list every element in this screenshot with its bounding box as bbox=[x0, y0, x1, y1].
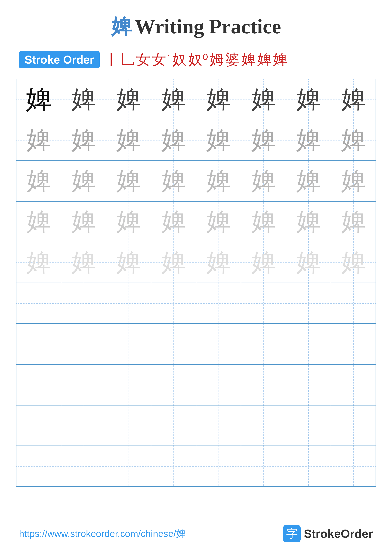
grid-cell[interactable] bbox=[196, 364, 241, 405]
grid-cell[interactable] bbox=[196, 446, 241, 487]
stroke-char-6: 奴⁰ bbox=[188, 50, 208, 69]
grid-cell[interactable] bbox=[196, 324, 241, 365]
footer-url[interactable]: https://www.strokeorder.com/chinese/婢 bbox=[19, 527, 186, 540]
grid-cell[interactable]: 婢 bbox=[196, 161, 241, 201]
grid-cell[interactable]: 婢 bbox=[286, 161, 331, 201]
stroke-char-9: 婢 bbox=[241, 50, 256, 69]
stroke-char-7: 姆 bbox=[210, 50, 224, 69]
grid-cell[interactable]: 婢 bbox=[106, 161, 151, 201]
grid-cell[interactable]: 婢 bbox=[151, 120, 196, 161]
stroke-order-badge: Stroke Order bbox=[19, 51, 100, 68]
grid-cell[interactable] bbox=[106, 405, 151, 446]
stroke-char-11: 婢 bbox=[273, 50, 287, 69]
footer: https://www.strokeorder.com/chinese/婢 字 … bbox=[0, 525, 392, 542]
grid-cell[interactable] bbox=[196, 405, 241, 446]
grid-cell[interactable] bbox=[196, 283, 241, 324]
grid-cell[interactable] bbox=[61, 405, 106, 446]
grid-cell[interactable] bbox=[331, 446, 376, 487]
grid-cell[interactable]: 婢 bbox=[241, 242, 286, 283]
grid-cell[interactable]: 婢 bbox=[286, 79, 331, 120]
grid-cell[interactable]: 婢 bbox=[331, 120, 376, 161]
stroke-order-section: Stroke Order 丨 乚 女 女˙ 奴 奴⁰ 姆 婆 婢 婢 婢 bbox=[0, 50, 392, 69]
grid-cell[interactable] bbox=[331, 283, 376, 324]
grid-cell[interactable]: 婢 bbox=[106, 79, 151, 120]
grid-cell[interactable]: 婢 bbox=[16, 201, 61, 242]
grid-cell[interactable]: 婢 bbox=[331, 79, 376, 120]
grid-cell[interactable]: 婢 bbox=[196, 201, 241, 242]
grid-cell[interactable]: 婢 bbox=[151, 242, 196, 283]
grid-cell[interactable]: 婢 bbox=[241, 161, 286, 201]
grid-cell[interactable] bbox=[151, 283, 196, 324]
grid-cell[interactable]: 婢 bbox=[16, 120, 61, 161]
grid-cell[interactable]: 婢 bbox=[241, 120, 286, 161]
grid-cell[interactable] bbox=[286, 446, 331, 487]
grid-cell[interactable] bbox=[106, 283, 151, 324]
grid-cell[interactable]: 婢 bbox=[16, 242, 61, 283]
grid-cell[interactable] bbox=[106, 324, 151, 365]
grid-cell[interactable]: 婢 bbox=[61, 242, 106, 283]
grid-cell[interactable] bbox=[331, 405, 376, 446]
grid-cell[interactable] bbox=[241, 324, 286, 365]
page-title: 婢Writing Practice bbox=[0, 0, 392, 50]
grid-cell[interactable] bbox=[16, 446, 61, 487]
grid-cell[interactable]: 婢 bbox=[61, 201, 106, 242]
grid-cell[interactable] bbox=[61, 324, 106, 365]
grid-cell[interactable]: 婢 bbox=[331, 242, 376, 283]
stroke-char-5: 奴 bbox=[172, 50, 187, 69]
grid-cell[interactable]: 婢 bbox=[106, 120, 151, 161]
grid-cell[interactable]: 婢 bbox=[286, 242, 331, 283]
grid-cell[interactable] bbox=[61, 283, 106, 324]
grid-cell[interactable]: 婢 bbox=[151, 79, 196, 120]
grid-cell[interactable]: 婢 bbox=[286, 120, 331, 161]
title-text: Writing Practice bbox=[135, 15, 281, 38]
grid-cell[interactable] bbox=[16, 324, 61, 365]
grid-cell[interactable]: 婢 bbox=[331, 201, 376, 242]
stroke-char-3: 女 bbox=[136, 50, 150, 69]
grid-cell[interactable] bbox=[106, 446, 151, 487]
stroke-char-8: 婆 bbox=[226, 50, 240, 69]
grid-cell[interactable] bbox=[61, 364, 106, 405]
grid-cell[interactable]: 婢 bbox=[106, 201, 151, 242]
grid-cell[interactable]: 婢 bbox=[106, 242, 151, 283]
stroke-char-1: 丨 bbox=[104, 50, 119, 69]
grid-cell[interactable] bbox=[151, 446, 196, 487]
grid-cell[interactable] bbox=[151, 324, 196, 365]
grid-cell[interactable]: 婢 bbox=[61, 120, 106, 161]
grid-cell[interactable] bbox=[151, 364, 196, 405]
practice-grid: 婢婢婢婢婢婢婢婢婢婢婢婢婢婢婢婢婢婢婢婢婢婢婢婢婢婢婢婢婢婢婢婢婢婢婢婢婢婢婢婢 bbox=[16, 79, 376, 487]
grid-cell[interactable] bbox=[241, 446, 286, 487]
grid-cell[interactable] bbox=[286, 283, 331, 324]
grid-cell[interactable]: 婢 bbox=[16, 161, 61, 201]
stroke-char-2: 乚 bbox=[120, 50, 134, 69]
grid-cell[interactable] bbox=[61, 446, 106, 487]
grid-cell[interactable] bbox=[331, 364, 376, 405]
grid-cell[interactable]: 婢 bbox=[286, 201, 331, 242]
grid-cell[interactable]: 婢 bbox=[196, 120, 241, 161]
title-char: 婢 bbox=[111, 15, 132, 38]
grid-cell[interactable]: 婢 bbox=[331, 161, 376, 201]
grid-cell[interactable]: 婢 bbox=[196, 79, 241, 120]
grid-cell[interactable]: 婢 bbox=[241, 79, 286, 120]
grid-cell[interactable]: 婢 bbox=[16, 79, 61, 120]
grid-cell[interactable]: 婢 bbox=[151, 201, 196, 242]
footer-brand: 字 StrokeOrder bbox=[283, 525, 373, 542]
grid-cell[interactable] bbox=[16, 283, 61, 324]
grid-cell[interactable] bbox=[151, 405, 196, 446]
grid-cell[interactable]: 婢 bbox=[61, 79, 106, 120]
grid-cell[interactable]: 婢 bbox=[196, 242, 241, 283]
grid-cell[interactable] bbox=[106, 364, 151, 405]
footer-brand-icon: 字 bbox=[283, 525, 301, 542]
grid-cell[interactable] bbox=[286, 324, 331, 365]
grid-cell[interactable] bbox=[286, 364, 331, 405]
grid-cell[interactable] bbox=[241, 283, 286, 324]
grid-cell[interactable] bbox=[16, 364, 61, 405]
grid-cell[interactable] bbox=[331, 324, 376, 365]
grid-cell[interactable] bbox=[286, 405, 331, 446]
stroke-order-chars: 丨 乚 女 女˙ 奴 奴⁰ 姆 婆 婢 婢 婢 bbox=[104, 50, 287, 69]
grid-cell[interactable]: 婢 bbox=[151, 161, 196, 201]
grid-cell[interactable]: 婢 bbox=[241, 201, 286, 242]
grid-cell[interactable] bbox=[241, 364, 286, 405]
grid-cell[interactable]: 婢 bbox=[61, 161, 106, 201]
grid-cell[interactable] bbox=[241, 405, 286, 446]
grid-cell[interactable] bbox=[16, 405, 61, 446]
